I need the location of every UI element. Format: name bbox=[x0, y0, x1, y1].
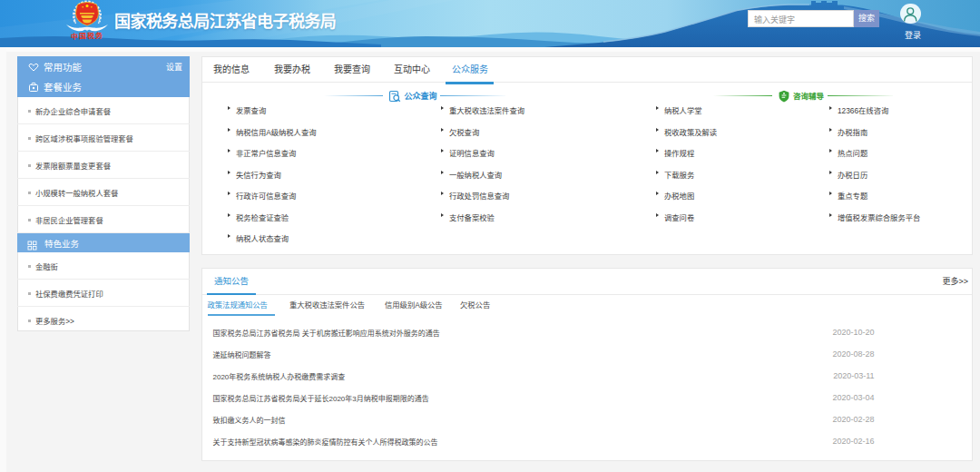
svg-text:中国税务: 中国税务 bbox=[71, 31, 103, 41]
